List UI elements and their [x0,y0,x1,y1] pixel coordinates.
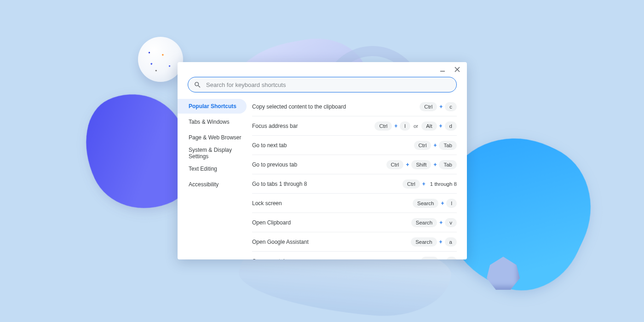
plus-separator: + [394,123,397,129]
shortcut-row: Focus address barCtrl+lorAlt+d [252,116,457,136]
sidebar-item-tabs-windows[interactable]: Tabs & Windows [178,115,247,129]
key-cap: a [445,237,457,247]
key-cap: Search [411,218,437,227]
shortcut-label: Go to previous tab [252,161,386,168]
key-cap: Tab [439,160,457,169]
sidebar-item-label: System & Display Settings [189,147,247,160]
shortcut-label: Focus address bar [252,123,374,129]
shortcut-keys: Search+a [411,237,457,247]
shortcut-keys: Ctrl+lorAlt+d [374,121,457,131]
category-sidebar: Popular ShortcutsTabs & WindowsPage & We… [178,97,252,259]
sidebar-item-popular-shortcuts[interactable]: Popular Shortcuts [178,99,247,114]
key-cap: l [446,199,457,208]
search-input[interactable] [206,81,451,88]
sidebar-item-accessibility[interactable]: Accessibility [178,177,247,192]
plus-separator: + [439,219,443,226]
close-button[interactable] [453,65,461,74]
shortcut-keys: Ctrl+Shift+Tab [386,160,457,169]
key-cap: Ctrl [386,160,404,169]
sidebar-item-label: Popular Shortcuts [189,103,236,109]
plus-separator: + [439,104,443,110]
key-cap: l [400,121,410,131]
key-cap: Ctrl [421,257,438,259]
key-cap: Tab [439,141,457,150]
plus-separator: + [439,123,443,129]
key-cap: Ctrl [374,121,392,131]
plus-separator: + [422,181,426,187]
search-field[interactable] [188,77,457,92]
shortcut-row: Copy selected content to the clipboardCt… [252,97,457,116]
or-separator: or [413,123,419,129]
plus-separator: + [441,200,444,207]
shortcut-label: Go to tabs 1 through 8 [252,181,402,187]
key-cap: c [445,102,457,111]
minimize-icon [440,67,445,72]
shortcut-label: Copy selected content to the clipboard [252,104,420,110]
shortcut-row: Lock screenSearch+l [252,194,457,213]
shortcut-keys: Ctrl+Tab [414,141,457,150]
key-cap: Alt [421,121,437,131]
plus-separator: + [406,161,409,168]
shortcut-label: Open new tab [252,258,421,259]
key-range-suffix: 1 through 8 [430,181,457,187]
shortcut-row: Go to previous tabCtrl+Shift+Tab [252,155,457,174]
shortcut-label: Lock screen [252,200,413,207]
search-icon [194,81,201,89]
sidebar-item-system-display-settings[interactable]: System & Display Settings [178,146,247,161]
sidebar-item-label: Tabs & Windows [189,119,230,125]
shortcut-label: Open Google Assistant [252,239,411,245]
sidebar-item-page-web-browser[interactable]: Page & Web Browser [178,130,247,145]
key-cap: t [446,257,457,259]
key-cap: Ctrl [414,141,431,150]
decor-speckled-sphere [138,37,183,82]
key-cap: d [445,121,457,131]
key-cap: Shift [411,160,431,169]
minimize-button[interactable] [438,65,447,74]
window-titlebar [178,62,467,74]
sidebar-item-label: Page & Web Browser [189,134,242,141]
key-cap: v [445,218,457,227]
shortcut-keys: Ctrl+t [421,257,457,259]
shortcut-keys: Search+v [411,218,457,227]
keyboard-shortcuts-window: Popular ShortcutsTabs & WindowsPage & We… [178,62,467,259]
plus-separator: + [439,239,443,245]
svg-rect-0 [440,71,445,72]
shortcut-row: Open ClipboardSearch+v [252,213,457,232]
close-icon [454,67,460,72]
plus-separator: + [433,161,437,168]
shortcut-row: Go to tabs 1 through 8Ctrl+1 through 8 [252,174,457,194]
key-cap: Search [411,237,437,247]
shortcut-row: Open Google AssistantSearch+a [252,232,457,252]
shortcut-keys: Ctrl+1 through 8 [402,179,457,189]
shortcut-list: Copy selected content to the clipboardCt… [252,97,467,259]
plus-separator: + [441,258,444,259]
sidebar-item-label: Accessibility [189,181,218,188]
key-cap: Search [413,199,438,208]
shortcut-keys: Search+l [413,199,457,208]
shortcut-keys: Ctrl+c [420,102,457,111]
sidebar-item-text-editing[interactable]: Text Editing [178,161,247,176]
shortcut-row: Go to next tabCtrl+Tab [252,136,457,155]
sidebar-item-label: Text Editing [189,166,217,172]
shortcut-row: Open new tabCtrl+t [252,252,457,259]
shortcut-label: Go to next tab [252,142,414,149]
plus-separator: + [433,142,437,149]
key-cap: Ctrl [420,102,437,111]
key-cap: Ctrl [402,179,420,189]
shortcut-label: Open Clipboard [252,219,411,226]
